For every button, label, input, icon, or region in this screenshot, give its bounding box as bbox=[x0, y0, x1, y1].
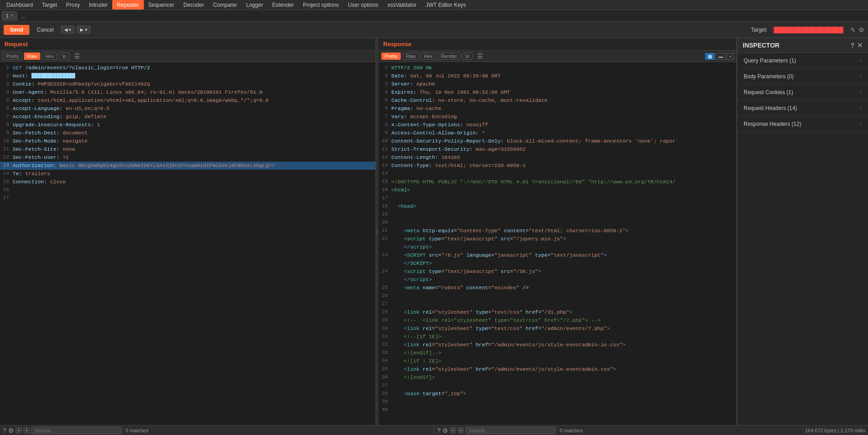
menu-proxy[interactable]: Proxy bbox=[62, 0, 85, 10]
resp-line-18: 18 <head> bbox=[379, 202, 736, 210]
inspector-close-icon[interactable]: ✕ bbox=[857, 42, 863, 49]
menu-project-options[interactable]: Project options bbox=[299, 0, 343, 10]
resp-help-icon[interactable]: ? bbox=[437, 427, 441, 434]
resp-line-24: 24 <script type="text/javascript" src="/… bbox=[379, 268, 736, 276]
inspector-help-icon[interactable]: ? bbox=[850, 42, 854, 49]
resp-line-16: 16 <html> bbox=[379, 186, 736, 194]
menu-bar: Dashboard Target Proxy Intruder Repeater… bbox=[0, 0, 868, 10]
resp-line-21: 21 <meta http-equiv="Content-Type" conte… bbox=[379, 227, 736, 235]
resp-settings-icon[interactable]: ⚙ bbox=[442, 427, 448, 434]
inspector-response-headers[interactable]: Response Headers (12) › bbox=[737, 116, 868, 132]
response-content[interactable]: 1 HTTP/2 200 OK 2 Date: Sat, 09 Jul 2022… bbox=[379, 62, 736, 425]
inspector-request-cookies[interactable]: Request Cookies (1) › bbox=[737, 85, 868, 100]
resp-line-31: 31 <!--[if IE]> bbox=[379, 333, 736, 341]
tab-close-icon[interactable]: × bbox=[10, 13, 13, 18]
req-headers-chevron: › bbox=[860, 105, 862, 111]
resp-line-2: 2 Date: Sat, 09 Jul 2022 09:20:08 GMT bbox=[379, 72, 736, 80]
req-line-3: 3 Cookie: PHPSESSID=odhba3p7vcigabcrvf96… bbox=[0, 80, 375, 88]
resp-ln-btn[interactable]: \n bbox=[462, 53, 473, 60]
prev-button[interactable]: ◀ ▾ bbox=[61, 26, 75, 33]
req-line-13: 13 Authorization: Basic MScgVW5pb24gU2Vz… bbox=[0, 162, 375, 170]
menu-user-options[interactable]: User options bbox=[343, 0, 383, 10]
resp-line-3: 3 Server: Apache bbox=[379, 80, 736, 88]
menu-repeater[interactable]: Repeater bbox=[112, 0, 143, 10]
response-toolbar: Pretty Raw Hex Render \n ☰ ▦ ▬ ▪ bbox=[379, 51, 736, 62]
send-button[interactable]: Send bbox=[4, 25, 29, 35]
inspector-request-headers[interactable]: Request Headers (14) › bbox=[737, 100, 868, 116]
resp-menu-btn[interactable]: ☰ bbox=[474, 52, 486, 60]
body-params-chevron: › bbox=[860, 73, 862, 80]
resp-list-btn[interactable]: ▬ bbox=[716, 53, 726, 60]
resp-grid-btn[interactable]: ▦ bbox=[705, 53, 715, 60]
resp-line-17: 17 bbox=[379, 194, 736, 202]
response-search-input[interactable] bbox=[465, 427, 556, 434]
req-hex-btn[interactable]: Hex bbox=[42, 53, 57, 60]
resp-line-27: 27 bbox=[379, 300, 736, 308]
response-panel: Response Pretty Raw Hex Render \n ☰ ▦ ▬ … bbox=[379, 38, 737, 425]
resp-line-14: 14 bbox=[379, 170, 736, 178]
req-ln-btn[interactable]: \n bbox=[59, 53, 69, 60]
target-settings-icon[interactable]: ⚙ bbox=[859, 26, 864, 33]
inspector-query-params[interactable]: Query Parameters (1) › bbox=[737, 53, 868, 69]
req-line-15: 15 Connection: close bbox=[0, 178, 375, 186]
req-raw-btn[interactable]: Raw bbox=[24, 53, 40, 60]
request-search-input[interactable] bbox=[31, 427, 122, 434]
resp-line-13: 13 Content-Type: text/html; charset=ISO-… bbox=[379, 162, 736, 170]
request-panel: Request Pretty Raw Hex \n ☰ 1 GET /admin… bbox=[0, 38, 376, 425]
req-prev-btn[interactable]: ‹ bbox=[16, 427, 22, 433]
resp-line-28: 28 <link rel="stylesheet" type="text/css… bbox=[379, 308, 736, 316]
menu-xssvalidator[interactable]: xssValidator bbox=[383, 0, 421, 10]
resp-view-toggle: ▦ ▬ ▪ bbox=[705, 53, 734, 60]
menu-sequencer[interactable]: Sequencer bbox=[144, 0, 179, 10]
resp-prev-btn[interactable]: ‹ bbox=[450, 427, 456, 433]
menu-jwt-editor-keys[interactable]: JWT Editor Keys bbox=[421, 0, 470, 10]
req-line-9: 9 Sec-Fetch-Dest: document bbox=[0, 129, 375, 137]
req-line-10: 10 Sec-Fetch-Mode: navigate bbox=[0, 137, 375, 145]
req-help-icon[interactable]: ? bbox=[3, 427, 6, 434]
resp-line-6: 6 Pragma: no-cache bbox=[379, 105, 736, 113]
resp-line-26: 26 bbox=[379, 292, 736, 300]
next-button[interactable]: ▶ ▾ bbox=[77, 26, 90, 33]
resp-line-29: 29 <!-- <link rel="stylesheet" type="tex… bbox=[379, 316, 736, 325]
request-content[interactable]: 1 GET /admin/events/?classic_login=true … bbox=[0, 62, 375, 425]
inspector-body-params[interactable]: Body Parameters (0) › bbox=[737, 69, 868, 85]
resp-line-36: 36 <![endif]> bbox=[379, 373, 736, 382]
request-toolbar: Pretty Raw Hex \n ☰ bbox=[0, 51, 375, 62]
resp-compact-btn[interactable]: ▪ bbox=[726, 53, 734, 60]
tab-more-icon[interactable]: ... bbox=[18, 12, 29, 20]
cancel-button[interactable]: Cancel bbox=[32, 25, 58, 35]
repeater-tab-1[interactable]: 1 × bbox=[2, 11, 17, 20]
target-label: Target: bbox=[751, 27, 768, 33]
main-area: Request Pretty Raw Hex \n ☰ 1 GET /admin… bbox=[0, 38, 868, 425]
response-matches: 0 matches bbox=[560, 428, 583, 433]
request-bottom-bar: ? ⚙ ‹ › 0 matches bbox=[0, 425, 434, 435]
resp-raw-btn[interactable]: Raw bbox=[403, 53, 419, 60]
req-pretty-btn[interactable]: Pretty bbox=[3, 53, 22, 60]
resp-headers-chevron: › bbox=[860, 121, 862, 127]
menu-comparer[interactable]: Comparer bbox=[209, 0, 242, 10]
req-settings-icon[interactable]: ⚙ bbox=[8, 427, 14, 434]
resp-line-33: 33 <![endif]--> bbox=[379, 349, 736, 357]
response-bottom-bar: ? ⚙ ‹ › 0 matches 164,672 bytes | 1,179 … bbox=[434, 425, 868, 435]
resp-next-btn[interactable]: › bbox=[458, 427, 464, 433]
menu-decoder[interactable]: Decoder bbox=[179, 0, 209, 10]
menu-dashboard[interactable]: Dashboard bbox=[2, 0, 38, 10]
bottom-area: ? ⚙ ‹ › 0 matches ? ⚙ ‹ › 0 matches 164,… bbox=[0, 425, 868, 435]
req-next-btn[interactable]: › bbox=[24, 427, 29, 433]
req-line-1: 1 GET /admin/events/?classic_login=true … bbox=[0, 64, 375, 72]
edit-target-icon[interactable]: ✎ bbox=[850, 26, 856, 33]
menu-logger[interactable]: Logger bbox=[242, 0, 267, 10]
resp-render-btn[interactable]: Render bbox=[438, 53, 460, 60]
resp-line-22b: </script> bbox=[379, 243, 736, 251]
menu-intruder[interactable]: Intruder bbox=[85, 0, 112, 10]
req-line-6: 6 Accept-Language: en-US,en;q=0.5 bbox=[0, 105, 375, 113]
menu-extender[interactable]: Extender bbox=[268, 0, 299, 10]
resp-line-38: 38 <base target="_top"> bbox=[379, 390, 736, 398]
req-menu-btn[interactable]: ☰ bbox=[71, 52, 83, 60]
resp-line-37: 37 bbox=[379, 382, 736, 390]
inspector-header-icons: ? ✕ bbox=[850, 42, 863, 49]
resp-hex-btn[interactable]: Hex bbox=[421, 53, 436, 60]
resp-pretty-btn[interactable]: Pretty bbox=[381, 53, 401, 60]
menu-target[interactable]: Target bbox=[38, 0, 62, 10]
resp-line-10: 10 Content-Security-Policy-Report-Only: … bbox=[379, 137, 736, 145]
